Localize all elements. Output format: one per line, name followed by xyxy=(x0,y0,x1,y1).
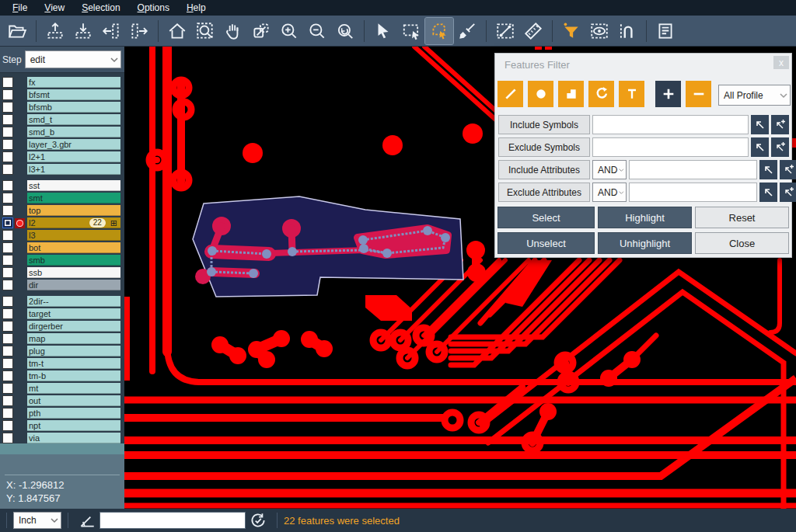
layer-visibility-checkbox[interactable] xyxy=(2,205,13,216)
select-rectangle-icon[interactable] xyxy=(397,18,425,44)
layer-visibility-checkbox[interactable] xyxy=(2,370,13,381)
pick-add-attribute-icon[interactable] xyxy=(780,160,796,179)
zoom-out-icon[interactable] xyxy=(303,18,331,44)
layer-visibility-checkbox[interactable] xyxy=(2,102,13,113)
select-button[interactable]: Select xyxy=(498,207,595,228)
layer-indicator-slot[interactable] xyxy=(15,346,25,356)
layer-indicator-slot[interactable] xyxy=(15,268,25,278)
layer-visibility-checkbox[interactable] xyxy=(2,420,13,431)
layer-visibility-checkbox[interactable] xyxy=(2,408,13,419)
exclude-symbols-button[interactable]: Exclude Symbols xyxy=(498,137,590,157)
reset-button[interactable]: Reset xyxy=(695,207,789,228)
layer-visibility-checkbox[interactable] xyxy=(2,395,13,406)
filter-surface-icon[interactable] xyxy=(558,81,584,107)
layer-name-bar[interactable]: bfsmt xyxy=(27,89,120,100)
filter-pad-icon[interactable] xyxy=(528,81,553,107)
layer-visibility-checkbox[interactable] xyxy=(2,230,13,241)
angle-measure-icon[interactable] xyxy=(78,511,96,530)
layer-name-bar[interactable]: out xyxy=(27,395,120,406)
zoom-in-icon[interactable] xyxy=(275,18,303,44)
select-pointer-icon[interactable] xyxy=(369,18,397,44)
layer-name-bar[interactable]: via xyxy=(27,433,120,443)
menu-selection[interactable]: Selection xyxy=(74,0,127,16)
close-button[interactable]: Close xyxy=(695,232,789,254)
layer-indicator-slot[interactable] xyxy=(15,78,25,88)
layer-visibility-checkbox[interactable] xyxy=(2,296,13,307)
layer-visibility-checkbox[interactable] xyxy=(2,114,13,125)
layer-indicator-slot[interactable] xyxy=(15,359,25,369)
layer-name-bar[interactable]: bfsmb xyxy=(27,102,120,113)
include-attributes-logic-dropdown[interactable]: AND xyxy=(592,160,627,179)
layer-name-bar[interactable]: map xyxy=(27,333,120,344)
menu-options[interactable]: Options xyxy=(130,0,177,16)
layer-name-bar[interactable]: l3+1 xyxy=(27,164,120,175)
step-left-icon[interactable] xyxy=(97,18,125,44)
layer-visibility-checkbox[interactable] xyxy=(2,242,13,253)
refresh-check-icon[interactable] xyxy=(249,511,267,530)
layer-visibility-checkbox[interactable] xyxy=(2,255,13,266)
layer-name-bar[interactable]: layer_3.gbr xyxy=(27,139,120,150)
layer-name-bar[interactable]: smb xyxy=(27,255,120,266)
layer-indicator-slot[interactable] xyxy=(15,90,25,100)
layer-indicator-slot[interactable] xyxy=(15,127,25,137)
pick-add-symbol-icon[interactable] xyxy=(771,137,789,157)
pick-add-symbol-icon[interactable] xyxy=(771,115,789,134)
select-polygon-icon[interactable] xyxy=(425,18,453,44)
step-right-icon[interactable] xyxy=(125,18,153,44)
layer-visibility-checkbox[interactable] xyxy=(2,308,13,319)
pick-symbol-icon[interactable] xyxy=(751,137,769,157)
layer-name-bar[interactable]: pth xyxy=(27,408,120,419)
layer-name-bar[interactable]: smt xyxy=(27,193,120,203)
layer-indicator-slot[interactable] xyxy=(15,433,25,443)
layer-name-bar[interactable]: l3 xyxy=(27,230,120,241)
layer-name-bar[interactable]: l2+1 xyxy=(27,151,120,162)
unselect-button[interactable]: Unselect xyxy=(498,232,595,254)
layer-visibility-checkbox[interactable] xyxy=(2,346,13,356)
layer-visibility-checkbox[interactable] xyxy=(2,321,13,332)
zoom-previous-icon[interactable] xyxy=(331,18,359,44)
highlight-button[interactable]: Highlight xyxy=(598,207,692,228)
layer-visibility-checkbox[interactable] xyxy=(2,89,13,100)
view-options-icon[interactable] xyxy=(585,18,613,44)
layer-indicator-slot[interactable] xyxy=(15,297,25,307)
include-symbols-button[interactable]: Include Symbols xyxy=(498,115,590,134)
exclude-symbols-input[interactable] xyxy=(592,137,749,157)
pan-hand-icon[interactable] xyxy=(219,18,247,44)
pick-add-attribute-icon[interactable] xyxy=(780,183,796,202)
folder-open-icon[interactable] xyxy=(3,18,31,44)
layer-visibility-checkbox[interactable] xyxy=(2,127,13,137)
layer-name-bar[interactable]: plug xyxy=(27,346,120,356)
layer-visibility-checkbox[interactable] xyxy=(2,193,13,203)
filter-remove-icon[interactable] xyxy=(686,81,711,107)
close-icon[interactable]: x xyxy=(773,56,789,69)
pick-attribute-icon[interactable] xyxy=(759,183,777,202)
layer-visibility-checkbox[interactable] xyxy=(2,180,13,191)
layer-indicator-slot[interactable] xyxy=(15,396,25,406)
layer-name-bar[interactable]: npt xyxy=(27,420,120,431)
layer-name-bar[interactable]: smd_t xyxy=(27,114,120,125)
layer-visibility-checkbox[interactable] xyxy=(2,77,13,88)
layer-indicator-slot[interactable] xyxy=(15,115,25,125)
layer-name-bar[interactable]: tm-t xyxy=(27,358,120,369)
layer-indicator-slot[interactable] xyxy=(15,309,25,319)
menu-help[interactable]: Help xyxy=(179,0,214,16)
home-icon[interactable] xyxy=(163,18,191,44)
filter-text-icon[interactable] xyxy=(619,81,644,107)
layer-name-bar[interactable]: target xyxy=(27,308,120,319)
pick-symbol-icon[interactable] xyxy=(751,115,769,134)
menu-file[interactable]: File xyxy=(5,0,35,16)
measure-icon[interactable] xyxy=(491,18,519,44)
exclude-attributes-logic-dropdown[interactable]: AND xyxy=(592,183,627,202)
exclude-attributes-button[interactable]: Exclude Attributes xyxy=(498,183,590,202)
layer-indicator-slot[interactable] xyxy=(15,165,25,175)
layer-visibility-checkbox[interactable] xyxy=(2,164,13,175)
active-layer-indicator[interactable] xyxy=(15,218,25,228)
layer-name-bar[interactable]: l222⊞ xyxy=(27,217,120,228)
filter-add-icon[interactable] xyxy=(655,81,681,107)
include-attributes-input[interactable] xyxy=(629,160,757,179)
layer-indicator-slot[interactable] xyxy=(15,409,25,419)
include-attributes-button[interactable]: Include Attributes xyxy=(498,160,590,179)
layer-visibility-checkbox[interactable] xyxy=(2,267,13,278)
layer-indicator-slot[interactable] xyxy=(15,322,25,332)
layer-name-bar[interactable]: dirgerber xyxy=(27,321,120,332)
